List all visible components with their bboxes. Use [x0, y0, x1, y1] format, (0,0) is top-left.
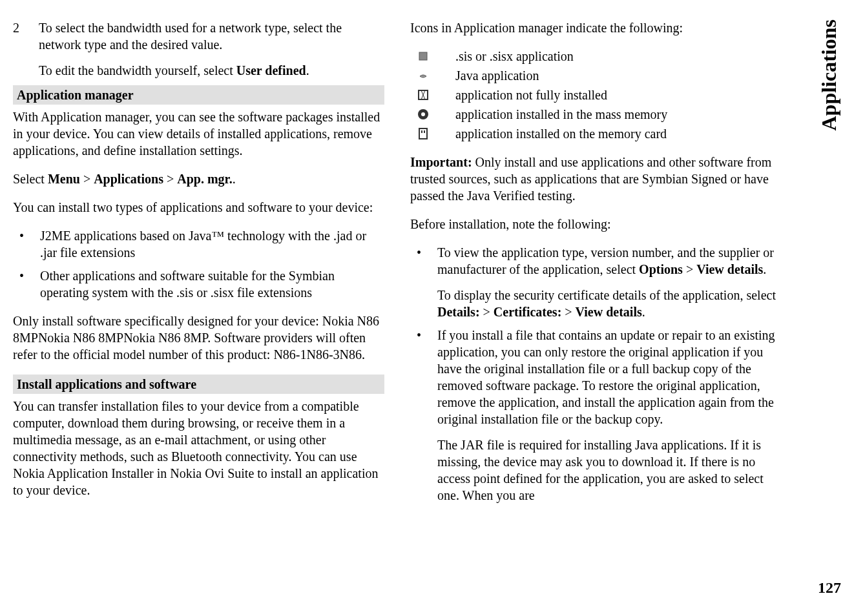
icon-label: .sis or .sisx application — [455, 48, 782, 65]
step-text: To select the bandwidth used for a netwo… — [39, 19, 384, 79]
bold-text: Important: — [410, 155, 472, 169]
step-number: 2 — [13, 19, 26, 79]
paragraph: You can transfer installation files to y… — [13, 398, 384, 498]
bold-text: Options — [639, 262, 683, 276]
icon-label: Java application — [455, 67, 782, 84]
svg-rect-0 — [419, 52, 427, 60]
text-fragment: > — [163, 172, 177, 186]
text-fragment: . — [642, 305, 645, 319]
section-header-install: Install applications and software — [13, 375, 384, 394]
java-icon — [410, 70, 436, 81]
section-header-app-manager: Application manager — [13, 85, 384, 105]
text-fragment: If you install a file that contains an u… — [437, 328, 775, 426]
text-fragment: Select — [13, 172, 48, 186]
text-fragment: > — [480, 305, 494, 319]
svg-rect-6 — [424, 130, 425, 133]
svg-rect-5 — [421, 130, 422, 133]
numbered-step: 2 To select the bandwidth used for a net… — [13, 19, 384, 79]
paragraph: With Application manager, you can see th… — [13, 108, 384, 159]
text-fragment: . — [233, 172, 236, 186]
list-text: To view the application type, version nu… — [437, 244, 782, 320]
text-fragment: > — [561, 305, 575, 319]
bold-text: Applications — [94, 172, 163, 186]
paragraph: Only install software specifically desig… — [13, 313, 384, 363]
list-text: J2ME applications based on Java™ technol… — [40, 227, 384, 261]
paragraph: Icons in Application manager indicate th… — [410, 19, 782, 36]
bold-text: View details — [696, 262, 763, 276]
list-item: If you install a file that contains an u… — [410, 327, 782, 504]
bold-text: App. mgr. — [177, 172, 232, 186]
svg-rect-4 — [419, 128, 427, 139]
list-item: J2ME applications based on Java™ technol… — [13, 227, 384, 261]
icon-legend-table: .sis or .sisx application Java applicati… — [410, 48, 782, 142]
icon-label: application not fully installed — [455, 87, 782, 103]
partial-install-icon — [410, 88, 436, 101]
list-item: To view the application type, version nu… — [410, 244, 782, 320]
bold-text: Menu — [48, 172, 80, 186]
right-column: Icons in Application manager indicate th… — [410, 19, 782, 515]
paragraph: Select Menu > Applications > App. mgr.. — [13, 170, 384, 187]
text-fragment: To display the security certificate deta… — [437, 288, 776, 302]
sub-paragraph: The JAR file is required for installing … — [437, 436, 782, 504]
icon-label: application installed on the memory card — [455, 125, 782, 142]
side-chapter-label: Applications — [817, 19, 841, 130]
memory-card-icon — [410, 127, 436, 140]
mass-memory-icon — [410, 108, 436, 121]
text-fragment: > — [80, 172, 94, 186]
text-fragment: . — [763, 262, 766, 276]
paragraph: Important: Only install and use applicat… — [410, 154, 782, 204]
list-text: Other applications and software suitable… — [40, 267, 384, 301]
paragraph: Before installation, note the following: — [410, 216, 782, 232]
text-fragment: . — [306, 63, 309, 77]
sub-paragraph: To display the security certificate deta… — [437, 287, 782, 320]
list-item: Other applications and software suitable… — [13, 267, 384, 301]
bold-text: Certificates: — [494, 305, 562, 319]
step-line1: To select the bandwidth used for a netwo… — [39, 19, 384, 53]
bold-text: Details: — [437, 305, 480, 319]
bold-text: User defined — [236, 63, 306, 77]
bold-text: View details — [576, 305, 642, 319]
page-number: 127 — [818, 579, 841, 597]
paragraph: You can install two types of application… — [13, 199, 384, 216]
page-content: 2 To select the bandwidth used for a net… — [13, 19, 782, 515]
sis-icon — [410, 50, 436, 62]
bullet-list: J2ME applications based on Java™ technol… — [13, 227, 384, 301]
list-text: If you install a file that contains an u… — [437, 327, 782, 504]
bullet-list: To view the application type, version nu… — [410, 244, 782, 504]
step-line2: To edit the bandwidth yourself, select U… — [39, 62, 384, 79]
left-column: 2 To select the bandwidth used for a net… — [13, 19, 384, 515]
icon-label: application installed in the mass memory — [455, 106, 782, 123]
svg-point-3 — [421, 112, 425, 116]
text-fragment: > — [683, 262, 696, 276]
text-fragment: To edit the bandwidth yourself, select — [39, 63, 236, 77]
